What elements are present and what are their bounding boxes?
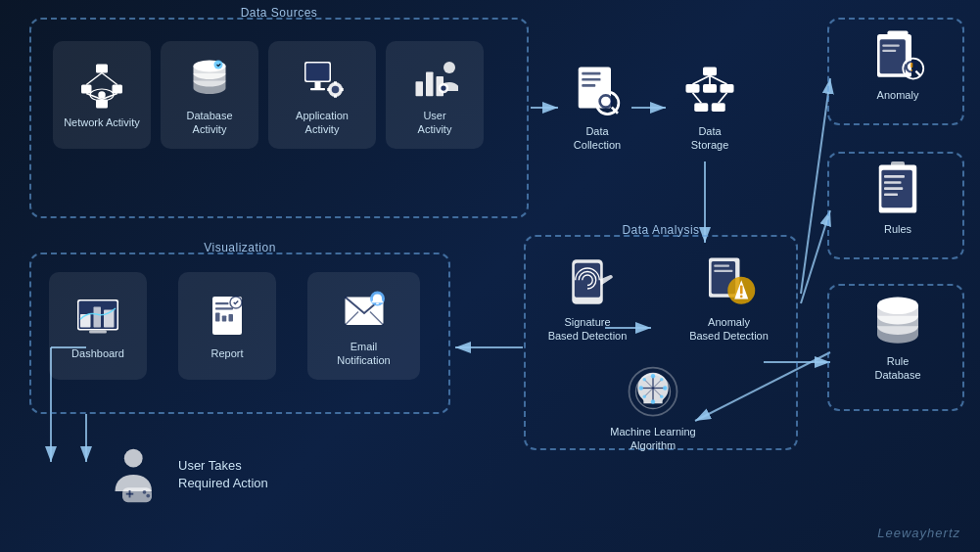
svg-rect-14 [81,84,92,93]
user-activity-label: UserActivity [418,109,452,137]
svg-point-119 [124,449,143,468]
email-notification-card: EmailNotification [307,272,420,380]
network-activity-label: Network Activity [64,115,140,129]
svg-rect-104 [882,45,900,47]
svg-point-86 [739,296,742,299]
svg-line-57 [693,93,702,104]
data-collection-node: DataCollection [553,64,641,153]
dashboard-label: Dashboard [71,346,124,360]
rules-icon [870,161,925,216]
user-takes-label: User TakesRequired Action [178,457,268,492]
rule-database-node: RuleDatabase [834,294,961,383]
anomaly-node: Anomaly [839,27,957,102]
application-activity-label: ApplicationActivity [296,109,349,137]
application-icon [299,56,346,103]
svg-rect-35 [416,81,424,96]
svg-rect-43 [582,78,600,81]
svg-line-5 [801,78,830,294]
svg-rect-48 [703,68,717,76]
svg-line-52 [693,75,711,84]
application-activity-card: ApplicationActivity [268,41,376,149]
svg-rect-34 [341,88,344,91]
svg-rect-76 [376,302,379,304]
data-storage-label: DataStorage [691,124,729,153]
svg-rect-36 [426,71,434,96]
svg-rect-105 [882,50,896,52]
svg-rect-85 [739,286,742,295]
anomaly-right-box: Anomaly [827,18,964,125]
signature-based-node: SignatureBased Detection [534,254,641,344]
visualization-label: Visualization [204,241,276,254]
svg-rect-33 [327,88,330,91]
svg-rect-115 [884,187,903,190]
data-analysis-box: Data Analysis SignatureBased Detection [524,235,798,450]
database-icon [186,56,233,103]
svg-rect-31 [334,81,337,84]
anomaly-label: Anomaly [877,88,919,102]
svg-point-124 [146,494,150,498]
anomaly-based-label: AnomalyBased Detection [689,315,769,344]
rule-database-icon [870,294,925,348]
svg-rect-27 [315,82,321,88]
network-icon [78,63,125,110]
user-takes-section: User TakesRequired Action [108,445,268,504]
email-notification-label: EmailNotification [337,340,390,368]
rules-right-box: Rules [827,152,964,259]
svg-rect-109 [910,63,912,68]
svg-rect-103 [888,31,909,38]
svg-rect-117 [891,161,905,168]
user-takes-icon [108,445,166,504]
data-storage-icon [682,64,737,118]
svg-point-97 [643,378,647,382]
machine-learning-icon [626,364,680,419]
svg-rect-114 [884,181,902,184]
svg-line-108 [915,71,920,76]
svg-rect-42 [582,72,600,75]
svg-point-110 [910,69,912,71]
rule-database-label: RuleDatabase [874,354,920,383]
svg-line-58 [719,93,727,104]
svg-rect-64 [89,330,107,333]
rule-database-right-box: RuleDatabase [827,284,964,411]
report-label: Report [210,346,243,360]
svg-rect-44 [582,84,595,87]
visualization-box: Visualization Dashboard [29,253,450,414]
svg-rect-81 [714,265,729,267]
machine-learning-node: Machine LearningAlgorithm [584,364,722,453]
dashboard-icon [74,294,121,341]
svg-point-30 [332,85,340,93]
email-icon [341,287,388,334]
svg-point-94 [651,399,655,403]
svg-point-100 [643,395,647,399]
anomaly-based-node: AnomalyBased Detection [673,254,785,344]
watermark: Leewayhertz [877,526,960,540]
svg-rect-56 [712,103,725,112]
rules-node: Rules [839,161,957,236]
svg-rect-51 [721,84,734,93]
svg-rect-26 [306,63,330,80]
signature-icon [560,254,615,309]
svg-rect-68 [215,312,220,321]
machine-learning-label: Machine LearningAlgorithm [610,425,695,453]
svg-rect-70 [229,314,234,322]
svg-rect-113 [884,175,905,178]
svg-point-93 [651,374,655,378]
anomaly-icon [870,27,925,82]
database-activity-card: DatabaseActivity [161,41,258,149]
report-icon [204,294,251,341]
svg-point-98 [660,395,664,399]
svg-point-95 [639,386,643,390]
svg-point-38 [443,62,455,73]
svg-point-24 [214,60,223,69]
svg-point-21 [98,91,106,99]
svg-point-96 [663,386,667,390]
svg-point-40 [441,85,445,90]
svg-rect-15 [113,84,123,93]
svg-rect-28 [310,88,325,90]
svg-rect-55 [694,103,708,112]
rules-label: Rules [884,222,911,236]
data-collection-icon [570,64,625,118]
svg-rect-62 [94,306,102,327]
data-analysis-label: Data Analysis [622,223,699,237]
dashboard-card: Dashboard [49,272,147,380]
